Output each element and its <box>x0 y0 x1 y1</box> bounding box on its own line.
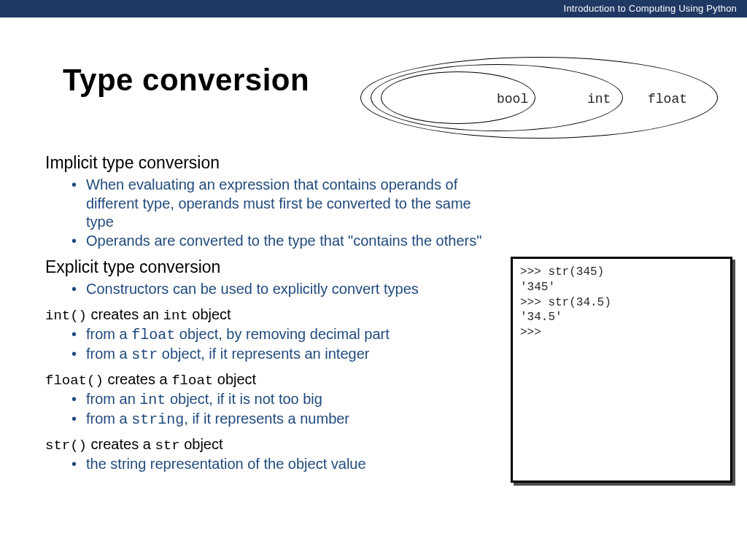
explicit-heading: Explicit type conversion <box>45 257 483 277</box>
label-float: float <box>648 92 687 106</box>
explicit-bullet-1: Constructors can be used to explicitly c… <box>74 280 483 299</box>
int-ctor-tail: object <box>188 306 231 322</box>
str-ctor-line: str() creates a str object <box>45 436 483 454</box>
int-ctor-b1: from a float object, by removing decimal… <box>74 325 483 345</box>
int-ctor-mid: creates an <box>87 306 163 322</box>
type-nesting-diagram: bool int float <box>360 57 718 139</box>
slide-title: Type conversion <box>63 63 309 98</box>
int-ctor-b2: from a str object, if it represents an i… <box>74 345 483 365</box>
int-ctor-obj: int <box>163 308 188 324</box>
implicit-heading: Implicit type conversion <box>45 153 483 173</box>
float-ctor-b2: from a string, if it represents a number <box>74 410 483 429</box>
implicit-bullets: When evaluating an expression that conta… <box>45 176 483 250</box>
str-ctor-b1: the string representation of the object … <box>74 455 483 474</box>
float-ctor-tail: object <box>213 371 256 387</box>
slide-body: Implicit type conversion When evaluating… <box>45 146 483 480</box>
int-ctor-code: int() <box>45 308 87 324</box>
int-ctor-line: int() creates an int object <box>45 306 483 324</box>
float-ctor-obj: float <box>171 373 213 389</box>
str-ctor-bullets: the string representation of the object … <box>45 455 483 474</box>
float-ctor-code: float() <box>45 373 104 389</box>
implicit-bullet-2: Operands are converted to the type that … <box>74 232 483 251</box>
repl-code-box: >>> str(345) '345' >>> str(34.5) '34.5' … <box>511 257 732 483</box>
str-ctor-obj: str <box>155 438 179 454</box>
implicit-bullet-1: When evaluating an expression that conta… <box>74 176 483 232</box>
str-ctor-mid: creates a <box>87 436 155 452</box>
float-ctor-b1: from an int object, if it is not too big <box>74 390 483 410</box>
str-ctor-code: str() <box>45 438 87 454</box>
float-ctor-mid: creates a <box>104 371 171 387</box>
int-ctor-bullets: from a float object, by removing decimal… <box>45 325 483 364</box>
header-bar: Introduction to Computing Using Python <box>0 0 747 18</box>
label-bool: bool <box>497 92 528 106</box>
str-ctor-tail: object <box>180 436 223 452</box>
header-title: Introduction to Computing Using Python <box>564 3 737 14</box>
float-ctor-bullets: from an int object, if it is not too big… <box>45 390 483 429</box>
explicit-bullets: Constructors can be used to explicitly c… <box>45 280 483 299</box>
label-int: int <box>587 92 611 106</box>
float-ctor-line: float() creates a float object <box>45 371 483 389</box>
